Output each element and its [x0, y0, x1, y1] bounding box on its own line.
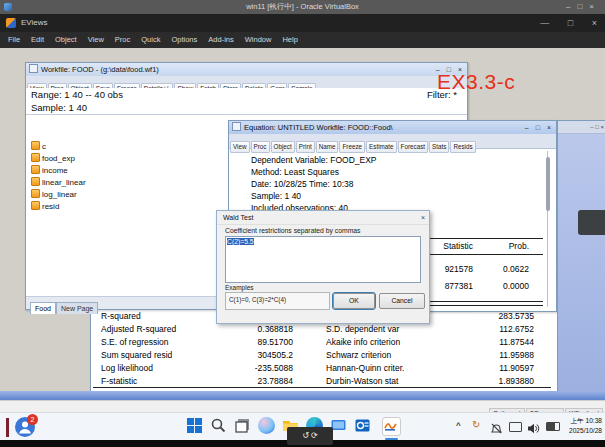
workfile-item-log-linear[interactable]: log_linear	[31, 189, 97, 200]
search-icon[interactable]	[210, 417, 227, 434]
eviews-taskbar-icon[interactable]	[382, 417, 401, 436]
menu-quick[interactable]: Quick	[138, 33, 163, 46]
stat-label: Sum squared resid	[101, 350, 172, 360]
ok-button[interactable]: OK	[333, 293, 375, 309]
eviews-close-button[interactable]: ×	[592, 18, 597, 28]
equation-object-button[interactable]: Object	[271, 141, 295, 153]
eviews-window-controls: — □ ×	[524, 14, 597, 32]
menubar: FileEditObjectViewProcQuickOptionsAdd-in…	[0, 32, 605, 48]
task-view-icon[interactable]	[234, 417, 251, 434]
sync-icon[interactable]: ↻	[472, 419, 480, 430]
vbox-minimize-button[interactable]: –	[566, 2, 577, 11]
eviews-minimize-button[interactable]: —	[540, 18, 549, 28]
clock-time: 上午 10:38	[548, 416, 602, 426]
equation-forecast-button[interactable]: Forecast	[398, 141, 429, 153]
edge-handle[interactable]	[578, 210, 605, 235]
menu-edit[interactable]: Edit	[28, 33, 47, 46]
stat-value: 23.78884	[231, 376, 293, 386]
stat-value2: 11.95988	[465, 350, 534, 360]
eviews-app-title: EViews	[21, 14, 48, 32]
wald-dialog-title: Wald Test	[223, 214, 253, 221]
workfile-item-c[interactable]: c	[31, 141, 97, 152]
stat-label: S.E. of regression	[101, 337, 169, 347]
equation-maximize-button[interactable]: □	[536, 124, 540, 131]
equation-icon	[232, 122, 241, 131]
workfile-item-food-exp[interactable]: food_exp	[31, 153, 97, 164]
virtualbox-icon	[4, 3, 12, 11]
clock[interactable]: 上午 10:38 2025/10/28	[548, 416, 602, 436]
col-header-prob: Prob.	[485, 241, 529, 251]
workfile-item-income[interactable]: income	[31, 165, 97, 176]
equation-date-line: Date: 10/28/25 Time: 10:38	[251, 179, 354, 189]
vbox-close-button[interactable]: ×	[589, 2, 601, 11]
copilot-icon[interactable]	[258, 417, 275, 434]
stat-label2: Durbin-Watson stat	[326, 376, 452, 386]
menu-addins[interactable]: Add-ins	[205, 33, 236, 46]
coef-row-prob: 0.0000	[485, 281, 529, 291]
speaker-icon[interactable]	[527, 421, 540, 439]
workfile-item-resid[interactable]: resid	[31, 201, 97, 212]
workfile-item-linear-linear[interactable]: linear_linear	[31, 177, 97, 188]
taskbar-popup: ↺ ⟳	[287, 427, 333, 445]
menu-proc[interactable]: Proc	[112, 33, 133, 46]
wald-dialog-titlebar[interactable]: Wald Test	[217, 211, 429, 225]
menu-view[interactable]: View	[85, 33, 107, 46]
equation-print-button[interactable]: Print	[296, 141, 315, 153]
equation-proc-button[interactable]: Proc	[251, 141, 270, 153]
equation-toolbar: ViewProcObjectPrintNameFreezeEstimateFor…	[229, 134, 556, 149]
stat-label: F-statistic	[101, 376, 137, 386]
eviews-titlebar	[0, 14, 605, 32]
stat-label: Log likelihood	[101, 363, 153, 373]
workfile-titlebar[interactable]: Workfile: FOOD - (g:\data\food.wf1) –□×	[26, 63, 467, 76]
start-icon[interactable]	[186, 417, 203, 434]
equation-resids-button[interactable]: Resids	[450, 141, 475, 153]
virtualbox-window-controls: –□×	[566, 0, 601, 14]
wald-dialog-close-icon[interactable]: ×	[421, 211, 425, 224]
equation-scrollbar-thumb[interactable]	[546, 157, 550, 211]
equation-stats-button[interactable]: Stats	[429, 141, 449, 153]
workfile-sample-row: Sample: 1 40	[26, 101, 467, 115]
offscreen-window: – □ ×	[557, 120, 605, 394]
workfile-title: Workfile: FOOD - (g:\data\food.wf1)	[41, 65, 159, 74]
tray-chevron-icon[interactable]: ^	[456, 421, 461, 430]
equation-title: Equation: UNTITLED Workfile: FOOD::Food\	[244, 123, 393, 132]
stat-value: 0.368818	[231, 324, 293, 334]
menu-window[interactable]: Window	[242, 33, 275, 46]
equation-view-button[interactable]: View	[230, 141, 250, 153]
equation-close-button[interactable]: ×	[547, 124, 551, 131]
equation-minimize-button[interactable]: –	[525, 124, 529, 131]
menu-options[interactable]: Options	[168, 33, 200, 46]
annotation-label: EX3.3-c	[437, 70, 515, 94]
menu-object[interactable]: Object	[52, 33, 80, 46]
clock-date: 2025/10/28	[548, 426, 602, 436]
coef-row-prob: 0.0622	[485, 264, 529, 274]
equation-freeze-button[interactable]: Freeze	[339, 141, 365, 153]
bell-icon[interactable]	[490, 421, 503, 439]
stat-value2: 283.5735	[465, 311, 534, 321]
eviews-maximize-button[interactable]: □	[568, 18, 573, 28]
series-icon	[31, 165, 40, 174]
series-icon	[31, 189, 40, 198]
outlook-icon[interactable]	[354, 417, 371, 434]
stat-value2: 11.90597	[465, 363, 534, 373]
equation-name-button[interactable]: Name	[316, 141, 339, 153]
equation-estimate-button[interactable]: Estimate	[366, 141, 397, 153]
menu-help[interactable]: Help	[279, 33, 300, 46]
tab-food[interactable]: Food	[30, 302, 56, 314]
menu-file[interactable]: File	[5, 33, 23, 46]
series-icon	[31, 177, 40, 186]
stat-value: 304505.2	[231, 350, 293, 360]
monitor-tray-icon[interactable]	[509, 422, 522, 432]
wald-restrictions-input[interactable]: C(2)=5.5	[225, 236, 421, 283]
tab-new-page[interactable]: New Page	[56, 302, 98, 314]
stat-label2: Akaike info criterion	[326, 337, 452, 347]
equation-titlebar[interactable]: Equation: UNTITLED Workfile: FOOD::Food\…	[229, 121, 556, 134]
workfile-sample: Sample: 1 40	[31, 102, 87, 113]
stat-value: 89.51700	[231, 337, 293, 347]
cancel-button[interactable]: Cancel	[379, 293, 425, 309]
wald-input-selected-text: C(2)=5.5	[227, 238, 254, 245]
equation-window-controls: –□×	[518, 121, 551, 134]
virtualbox-titlebar: win11 [執行中] - Oracle VirtualBox –□×	[0, 0, 605, 14]
vbox-maximize-button[interactable]: □	[577, 2, 589, 11]
notification-badge: 2	[27, 414, 38, 425]
